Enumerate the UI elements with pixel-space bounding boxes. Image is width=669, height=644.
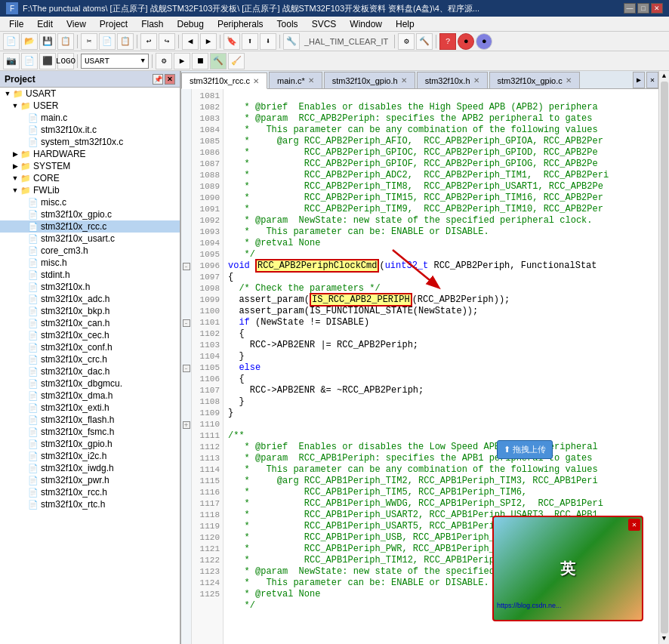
tree-item-cec-h[interactable]: 📄 stm32f10x_cec.h xyxy=(0,329,180,341)
tree-item-dma-h[interactable]: 📄 stm32f10x_dma.h xyxy=(0,390,180,402)
code-content[interactable]: - - - + xyxy=(181,89,658,644)
expand-arrow-usart[interactable]: ▼ xyxy=(3,90,12,97)
expand-1101[interactable]: - xyxy=(183,319,190,327)
tree-item-i2c-h[interactable]: 📄 stm32f10x_i2c.h xyxy=(0,450,180,462)
usart-combo[interactable]: USART ▼ xyxy=(81,54,149,69)
tab-main-c-close[interactable]: ✕ xyxy=(308,76,314,85)
menu-peripherals[interactable]: Peripherals xyxy=(211,17,270,31)
save-all-button[interactable]: 📋 xyxy=(57,33,74,50)
tree-item-fwlib[interactable]: ▼ 📁 FWLib xyxy=(0,184,180,196)
tree-item-iwdg-h[interactable]: 📄 stm32f10x_iwdg.h xyxy=(0,462,180,474)
tree-item-core-h[interactable]: 📄 core_cm3.h xyxy=(0,245,180,257)
tab-scroll-right[interactable]: ▶ xyxy=(633,72,645,88)
menu-window[interactable]: Window xyxy=(344,17,388,31)
expand-1096[interactable]: - xyxy=(183,263,190,270)
toolbar2-btn3[interactable]: ⬛ xyxy=(39,53,56,69)
tab-gpio-h-close[interactable]: ✕ xyxy=(401,76,407,85)
expand-arrow-system[interactable]: ▶ xyxy=(11,162,20,170)
project-tree[interactable]: ▼ 📁 USART ▼ 📁 USER 📄 main.c xyxy=(0,88,180,644)
expand-1105[interactable]: - xyxy=(183,365,190,372)
toolbar2-btn4[interactable]: LOGO xyxy=(57,53,74,69)
tree-item-main-c[interactable]: 📄 main.c xyxy=(0,112,180,124)
menu-edit[interactable]: Edit xyxy=(31,17,59,31)
bookmark-button[interactable]: 🔖 xyxy=(224,33,240,50)
bookmark-prev-button[interactable]: ⬆ xyxy=(242,33,258,50)
expand-1110[interactable]: + xyxy=(183,421,190,429)
tab-gpio-c[interactable]: stm32f10x_gpio.c ✕ xyxy=(489,72,580,88)
project-pin-button[interactable]: 📌 xyxy=(153,74,163,85)
tree-item-crc-h[interactable]: 📄 stm32f10x_crc.h xyxy=(0,353,180,365)
bookmark-next-button[interactable]: ⬇ xyxy=(260,33,276,50)
tree-item-stm32it[interactable]: 📄 stm32f10x.it.c xyxy=(0,124,180,136)
help-button[interactable]: ? xyxy=(439,33,456,50)
expand-arrow-core[interactable]: ▼ xyxy=(11,174,20,182)
paste-button[interactable]: 📋 xyxy=(117,33,134,50)
tree-item-gpio-c[interactable]: 📄 stm32f10x_gpio.c xyxy=(0,208,180,220)
menu-svcs[interactable]: SVCS xyxy=(306,17,343,31)
undo-button[interactable]: ↩ xyxy=(140,33,157,50)
tree-item-adc-h[interactable]: 📄 stm32f10x_adc.h xyxy=(0,293,180,305)
tab-main-c[interactable]: main.c* ✕ xyxy=(269,72,322,88)
upload-badge[interactable]: ⬆ 拖拽上传 xyxy=(497,440,553,459)
popup-close-button[interactable]: ✕ xyxy=(628,519,640,531)
tree-item-rcc-h[interactable]: 📄 stm32f10x_rcc.h xyxy=(0,486,180,498)
toolbar2-btn7[interactable]: ⏹ xyxy=(192,53,208,69)
tree-item-rtc-h[interactable]: 📄 stm32f10x_rtc.h xyxy=(0,498,180,510)
minimize-button[interactable]: — xyxy=(624,3,636,14)
tree-item-bkp-h[interactable]: 📄 stm32f10x_bkp.h xyxy=(0,305,180,317)
tree-item-stm32h[interactable]: 📄 stm32f10x.h xyxy=(0,281,180,293)
tree-item-exti-h[interactable]: 📄 stm32f10x_exti.h xyxy=(0,402,180,414)
nav-back-button[interactable]: ◀ xyxy=(182,33,199,50)
tab-stm32h-close[interactable]: ✕ xyxy=(473,76,479,85)
toolbar2-clean-btn[interactable]: 🧹 xyxy=(228,53,245,69)
stop-button[interactable]: ● xyxy=(476,33,492,50)
menu-debug[interactable]: Debug xyxy=(171,17,210,31)
close-button[interactable]: ✕ xyxy=(651,3,663,14)
new-file-button[interactable]: 📄 xyxy=(3,33,20,50)
menu-flash[interactable]: Flash xyxy=(135,17,169,31)
tab-close-all[interactable]: ✕ xyxy=(646,72,658,88)
tree-item-conf-h[interactable]: 📄 stm32f10x_conf.h xyxy=(0,341,180,353)
tree-item-fsmc-h[interactable]: 📄 stm32f10x_fsmc.h xyxy=(0,426,180,438)
tree-item-misc-h[interactable]: 📄 misc.h xyxy=(0,257,180,269)
menu-file[interactable]: File xyxy=(3,17,29,31)
tree-item-flash-h[interactable]: 📄 stm32f10x_flash.h xyxy=(0,414,180,426)
tab-gpio-c-close[interactable]: ✕ xyxy=(566,76,572,85)
tab-rcc-c-close[interactable]: ✕ xyxy=(253,77,259,85)
menu-view[interactable]: View xyxy=(60,17,92,31)
tree-item-user[interactable]: ▼ 📁 USER xyxy=(0,100,180,112)
tree-item-usart[interactable]: ▼ 📁 USART xyxy=(0,88,180,100)
tab-gpio-h[interactable]: stm32f10x_gpio.h ✕ xyxy=(324,72,415,88)
expand-arrow-user[interactable]: ▼ xyxy=(11,102,20,109)
scroll-down-button[interactable]: ▼ xyxy=(662,635,666,642)
copy-button[interactable]: 📄 xyxy=(99,33,116,50)
tree-item-can-h[interactable]: 📄 stm32f10x_can.h xyxy=(0,317,180,329)
menu-project[interactable]: Project xyxy=(94,17,134,31)
nav-fwd-button[interactable]: ▶ xyxy=(200,33,217,50)
redo-button[interactable]: ↪ xyxy=(159,33,175,50)
open-button[interactable]: 📂 xyxy=(21,33,38,50)
toolbar2-btn5[interactable]: ⚙ xyxy=(156,53,172,69)
tab-stm32h[interactable]: stm32f10x.h ✕ xyxy=(417,72,488,88)
tools-button[interactable]: 🔧 xyxy=(283,33,300,50)
cut-button[interactable]: ✂ xyxy=(81,33,97,50)
save-button[interactable]: 💾 xyxy=(39,33,56,50)
tree-item-pwr-h[interactable]: 📄 stm32f10x_pwr.h xyxy=(0,474,180,486)
menu-help[interactable]: Help xyxy=(390,17,421,31)
tree-item-rcc-c[interactable]: 📄 stm32f10x_rcc.c xyxy=(0,220,180,233)
tree-item-system-folder[interactable]: ▶ 📁 SYSTEM xyxy=(0,160,180,172)
tree-item-core[interactable]: ▼ 📁 CORE xyxy=(0,172,180,184)
toolbar2-btn2[interactable]: 📄 xyxy=(21,53,38,69)
tree-item-misc-c[interactable]: 📄 misc.c xyxy=(0,196,180,208)
menu-tools[interactable]: Tools xyxy=(271,17,304,31)
tree-item-dac-h[interactable]: 📄 stm32f10x_dac.h xyxy=(0,365,180,377)
tree-item-dbgmcu-h[interactable]: 📄 stm32f10x_dbgmcu. xyxy=(0,377,180,390)
settings-button[interactable]: 🔨 xyxy=(416,33,433,50)
right-scrollbar[interactable]: ▲ ▼ xyxy=(658,71,669,644)
run-button[interactable]: ● xyxy=(458,33,474,50)
tree-item-gpio-h[interactable]: 📄 stm32f10x_gpio.h xyxy=(0,438,180,450)
maximize-button[interactable]: □ xyxy=(637,3,649,14)
expand-arrow-hardware[interactable]: ▶ xyxy=(11,150,20,158)
toolbar2-btn1[interactable]: 📷 xyxy=(3,53,20,69)
tree-item-stdint-h[interactable]: 📄 stdint.h xyxy=(0,269,180,281)
